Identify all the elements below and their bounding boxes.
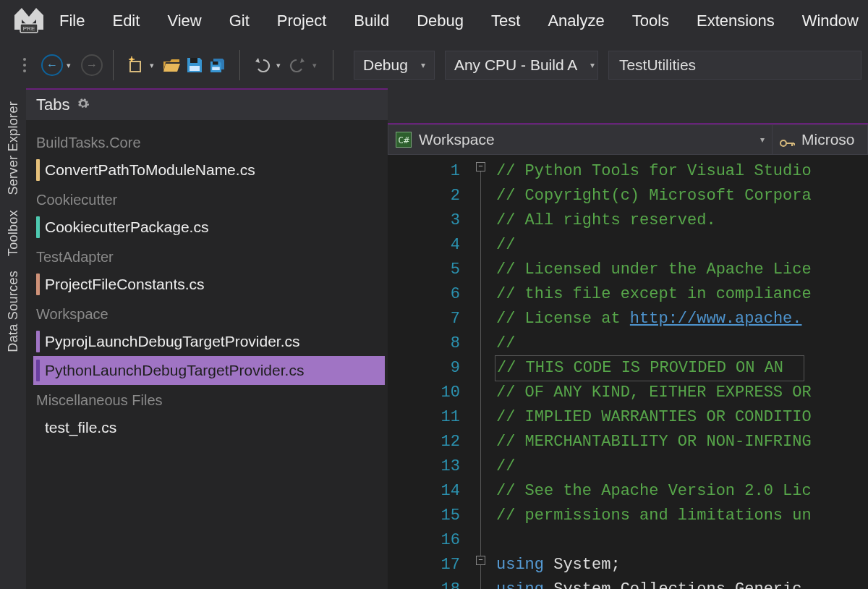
tabs-panel: Tabs BuildTasks.CoreConvertPathToModuleN… (26, 88, 388, 589)
code-line[interactable]: // THIS CODE IS PROVIDED ON AN (496, 356, 868, 381)
tab-file-item[interactable]: CookiecutterPackage.cs (33, 213, 385, 242)
editor-area: C# Workspace ▾ Microso 12345678910111213… (388, 88, 868, 589)
type-value: Microso (801, 131, 855, 148)
menu-item-project[interactable]: Project (277, 12, 326, 30)
code-line[interactable]: // See the Apache Version 2.0 Lic (496, 479, 868, 504)
redo-button[interactable] (286, 51, 310, 80)
open-button[interactable] (160, 51, 183, 80)
color-mark-icon (36, 216, 40, 238)
code-line[interactable]: // permissions and limitations un (496, 504, 868, 528)
code-line[interactable]: // License at http://www.apache. (496, 307, 868, 331)
menu-item-test[interactable]: Test (491, 12, 520, 30)
toolbar-separator (239, 50, 240, 80)
tab-group-title: Workspace (33, 299, 385, 327)
color-mark-icon (36, 274, 40, 295)
tab-file-item[interactable]: PyprojLaunchDebugTargetProvider.cs (33, 327, 385, 356)
type-combo[interactable]: Microso (773, 124, 868, 155)
tab-file-label: PyprojLaunchDebugTargetProvider.cs (45, 333, 300, 350)
tab-file-label: test_file.cs (45, 419, 116, 436)
menu-item-git[interactable]: Git (229, 12, 250, 30)
toolbar-separator (113, 50, 114, 80)
gear-icon[interactable] (77, 96, 90, 114)
nav-back-button[interactable]: ← (41, 51, 64, 80)
redo-dropdown[interactable]: ▾ (312, 61, 317, 70)
chevron-down-icon: ▾ (421, 60, 425, 70)
svg-text:PRE: PRE (23, 25, 35, 32)
menu-item-view[interactable]: View (167, 12, 201, 30)
code-content[interactable]: // Python Tools for Visual Studio// Copy… (492, 155, 868, 589)
menu-item-extensions[interactable]: Extensions (697, 12, 775, 30)
svg-rect-5 (190, 66, 200, 71)
chevron-down-icon: ▾ (590, 60, 595, 70)
code-editor[interactable]: 123456789101112131415161718 − − // Pytho… (388, 155, 868, 589)
code-line[interactable]: using System.Collections.Generic (496, 577, 868, 589)
code-line[interactable]: // Copyright(c) Microsoft Corpora (496, 184, 868, 208)
nav-back-dropdown[interactable]: ▾ (67, 61, 71, 70)
tab-file-item[interactable]: ProjectFileConstants.cs (33, 270, 385, 299)
line-number-gutter: 123456789101112131415161718 (388, 155, 473, 589)
scope-combo[interactable]: C# Workspace ▾ (388, 124, 773, 155)
color-mark-icon (36, 159, 40, 181)
tab-group-title: TestAdapter (33, 242, 385, 270)
tool-tab-server-explorer[interactable]: Server Explorer (6, 101, 21, 195)
nav-forward-button[interactable]: → (77, 51, 103, 80)
tool-tab-data-sources[interactable]: Data Sources (6, 271, 21, 352)
tab-group-title: Miscellaneous Files (33, 385, 385, 413)
code-line[interactable]: // All rights reserved. (496, 208, 868, 233)
fold-column[interactable]: − − (473, 155, 492, 589)
save-button[interactable] (183, 51, 206, 80)
new-item-dropdown[interactable]: ▾ (150, 61, 154, 70)
tab-file-item[interactable]: ConvertPathToModuleName.cs (33, 156, 385, 185)
fold-toggle-icon[interactable]: − (476, 556, 485, 565)
svg-point-8 (780, 140, 786, 146)
undo-dropdown[interactable]: ▾ (276, 61, 281, 70)
menu-item-file[interactable]: File (59, 12, 85, 30)
code-line[interactable]: // OF ANY KIND, EITHER EXPRESS OR (496, 381, 868, 405)
configuration-combo[interactable]: Debug ▾ (354, 51, 435, 80)
save-all-button[interactable] (206, 51, 229, 80)
menu-item-debug[interactable]: Debug (417, 12, 464, 30)
code-line[interactable]: // IMPLIED WARRANTIES OR CONDITIO (496, 405, 868, 430)
search-input[interactable]: TestUtilities (608, 51, 861, 80)
menu-bar: PRE FileEditViewGitProjectBuildDebugTest… (0, 0, 868, 42)
undo-button[interactable] (250, 51, 273, 80)
tabs-panel-header: Tabs (26, 90, 388, 120)
tab-file-label: ProjectFileConstants.cs (45, 276, 205, 293)
tab-group-title: BuildTasks.Core (33, 127, 385, 156)
platform-value: Any CPU - Build A (454, 56, 577, 74)
code-line[interactable]: // MERCHANTABILITY OR NON-INFRING (496, 430, 868, 454)
code-line[interactable]: using System; (496, 553, 868, 577)
menu-item-analyze[interactable]: Analyze (548, 12, 604, 30)
code-line[interactable]: // Licensed under the Apache Lice (496, 258, 868, 282)
toolbar-separator (333, 50, 333, 80)
svg-rect-4 (190, 58, 197, 63)
code-line[interactable]: // this file except in compliance (496, 282, 868, 307)
tab-file-label: ConvertPathToModuleName.cs (45, 161, 255, 179)
tab-file-label: PythonLaunchDebugTargetProvider.cs (45, 362, 304, 379)
code-line[interactable] (496, 528, 868, 553)
menu-item-window[interactable]: Window (802, 12, 859, 30)
tool-tab-toolbox[interactable]: Toolbox (6, 210, 21, 256)
svg-rect-7 (212, 67, 220, 71)
tab-file-item[interactable]: PythonLaunchDebugTargetProvider.cs (33, 356, 385, 385)
menu-item-build[interactable]: Build (354, 12, 389, 30)
menu-item-edit[interactable]: Edit (112, 12, 140, 30)
new-item-button[interactable] (124, 51, 147, 80)
toolbar: ← ▾ → ▾ ▾ ▾ Debug (0, 42, 868, 88)
code-line[interactable]: // (496, 454, 868, 479)
code-line[interactable]: // (496, 233, 868, 258)
editor-breadcrumb-bar: C# Workspace ▾ Microso (388, 123, 868, 155)
color-mark-icon (36, 331, 40, 352)
menu-item-tools[interactable]: Tools (632, 12, 669, 30)
app-logo-icon: PRE (13, 5, 45, 37)
tabs-panel-title: Tabs (36, 96, 69, 114)
tab-file-item[interactable]: test_file.cs (33, 413, 385, 442)
code-line[interactable]: // Python Tools for Visual Studio (496, 159, 868, 184)
csharp-icon: C# (396, 132, 412, 148)
fold-toggle-icon[interactable]: − (476, 162, 485, 171)
search-value: TestUtilities (619, 56, 696, 74)
tool-window-tabs: Server ExplorerToolboxData Sources (0, 88, 26, 589)
code-line[interactable]: // (496, 331, 868, 356)
platform-combo[interactable]: Any CPU - Build A ▾ (445, 51, 598, 80)
scope-value: Workspace (419, 131, 495, 148)
